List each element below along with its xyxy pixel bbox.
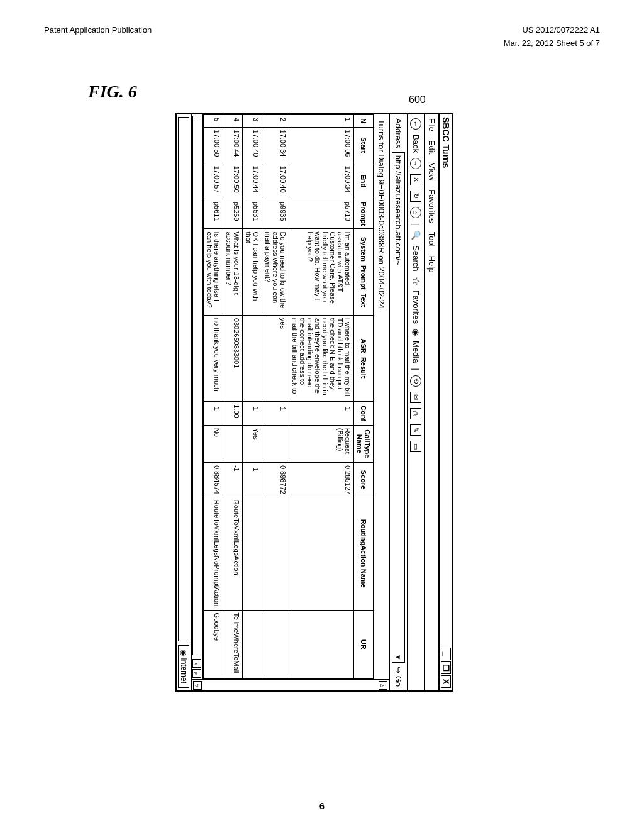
- dialog-heading: Turns for Dialog 9E0E0003-0c0388R on 200…: [374, 114, 389, 679]
- cell-system-prompt: I'm an automated assistant with AT&T Cus…: [289, 229, 354, 315]
- close-button[interactable]: X: [441, 675, 451, 688]
- history-icon[interactable]: ⟲: [411, 375, 422, 387]
- cell-start: 17:00:50: [204, 127, 223, 163]
- col-score: Score: [354, 462, 374, 497]
- cell-asr: 0302650833001: [223, 315, 243, 401]
- scroll-left-icon[interactable]: ◃: [192, 659, 201, 668]
- scroll-down-icon[interactable]: ▿: [193, 681, 202, 690]
- media-icon[interactable]: ◉: [411, 329, 421, 336]
- search-icon[interactable]: 🔍: [411, 230, 421, 240]
- doc-icon[interactable]: ▭: [411, 441, 422, 452]
- cell-routing: RouteToVxmlLegsNoPromptAction: [204, 497, 223, 610]
- cell-score: 0.884574: [204, 462, 223, 497]
- cell-system-prompt: Is there anything else I can help you wi…: [204, 229, 223, 315]
- menubar: File Edit View Favorites Tool Help: [424, 114, 438, 690]
- horizontal-scrollbar[interactable]: ◃ ▹: [192, 114, 203, 679]
- cell-routing: [262, 497, 289, 610]
- go-button[interactable]: ↪ Go: [394, 667, 403, 687]
- col-end: End: [354, 163, 374, 199]
- cell-conf: -1: [204, 402, 223, 425]
- col-asr: ASR_Result: [354, 315, 374, 401]
- table-row: 217:00:3417:00:40p9935Do you need to kno…: [262, 115, 289, 679]
- cell-end: 17:00:44: [243, 163, 262, 199]
- menu-help[interactable]: Help: [427, 256, 436, 273]
- cell-routing: [289, 497, 354, 610]
- go-label: Go: [394, 676, 403, 687]
- address-dropdown-icon[interactable]: ▾: [394, 655, 403, 660]
- back-icon[interactable]: ←: [411, 118, 422, 130]
- table-row: 117:00:0617:00:34p5710I'm an automated a…: [289, 115, 354, 679]
- cell-start: 17:00:40: [243, 127, 262, 163]
- cell-n: 5: [204, 115, 223, 128]
- address-value: http://alrazi.research.att.com/~: [394, 155, 403, 265]
- refresh-icon[interactable]: ↻: [411, 191, 422, 202]
- menu-favorites[interactable]: Favorites: [427, 189, 436, 223]
- minimize-button[interactable]: _: [441, 648, 451, 660]
- cell-n: 4: [223, 115, 243, 128]
- cell-ur: [289, 610, 354, 678]
- table-row: 517:00:5017:00:57p5611Is there anything …: [204, 115, 223, 679]
- cell-routing: RouteToVxmlLegsAction: [223, 497, 243, 610]
- col-system-prompt: System_Prompt_Text: [354, 229, 374, 315]
- cell-calltype: No: [204, 425, 223, 462]
- cell-prompt: p5611: [204, 199, 223, 229]
- cell-calltype: [223, 425, 243, 462]
- cell-end: 17:00:40: [262, 163, 289, 199]
- cell-ur: [243, 610, 262, 678]
- pub-id: US 2012/0072222 A1: [522, 25, 600, 35]
- cell-conf: -1: [289, 402, 354, 425]
- cell-end: 17:00:57: [204, 163, 223, 199]
- cell-ur: Goodbye: [204, 610, 223, 678]
- cell-routing: [243, 497, 262, 610]
- menu-tool[interactable]: Tool: [427, 232, 436, 247]
- figure-ref-number: 600: [409, 94, 426, 106]
- scroll-right-icon[interactable]: ▹: [192, 669, 201, 678]
- cell-start: 17:00:44: [223, 127, 243, 163]
- cell-prompt: p5269: [223, 199, 243, 229]
- cell-prompt: p5531: [243, 199, 262, 229]
- cell-end: 17:00:50: [223, 163, 243, 199]
- cell-ur: TellmeWhereToMail: [223, 610, 243, 678]
- cell-system-prompt: Do you need to know the address where yo…: [262, 229, 289, 315]
- cell-calltype: Yes: [243, 425, 262, 462]
- col-n: N: [354, 115, 374, 128]
- stop-icon[interactable]: ✕: [411, 174, 422, 185]
- statusbar: ◉ Internet: [177, 114, 192, 690]
- scroll-up-icon[interactable]: ▵: [379, 681, 387, 690]
- status-internet: Internet: [179, 658, 188, 683]
- address-input[interactable]: http://alrazi.research.att.com/~ ▾: [392, 152, 405, 663]
- cell-score: 0.898772: [262, 462, 289, 497]
- mail-icon[interactable]: ✉: [411, 392, 422, 403]
- menu-view[interactable]: View: [427, 163, 436, 180]
- col-routing: RoutingAction Name: [354, 497, 374, 610]
- menu-edit[interactable]: Edit: [427, 140, 436, 154]
- cell-asr: [243, 315, 262, 401]
- back-label[interactable]: Back: [411, 135, 421, 153]
- cell-system-prompt: OK I can help you with that: [243, 229, 262, 315]
- cell-conf: 1.00: [223, 402, 243, 425]
- cell-system-prompt: What is your 13-digit account number?: [223, 229, 243, 315]
- forward-icon[interactable]: →: [411, 158, 422, 169]
- vertical-scrollbar[interactable]: ▵ ▿: [192, 679, 389, 690]
- turns-table: N Start End Prompt System_Prompt_Text AS…: [203, 114, 374, 679]
- media-label[interactable]: Media: [411, 341, 421, 363]
- maximize-button[interactable]: ❐: [441, 661, 451, 674]
- cell-start: 17:00:06: [289, 127, 354, 163]
- toolbar: ← Back → ✕ ↻ ⌂ | 🔍 Search ☆ Favorites ◉ …: [407, 114, 424, 690]
- favorites-label[interactable]: Favorites: [411, 290, 421, 324]
- print-icon[interactable]: ⎙: [411, 408, 422, 419]
- favorites-icon[interactable]: ☆: [410, 277, 422, 285]
- globe-icon: ◉: [179, 650, 188, 658]
- search-label[interactable]: Search: [411, 245, 421, 271]
- browser-window: SBCC Turns _ ❐ X File Edit View Favorite…: [175, 113, 453, 692]
- window-title: SBCC Turns: [441, 117, 451, 168]
- col-start: Start: [354, 127, 374, 163]
- menu-file[interactable]: File: [427, 118, 436, 131]
- cell-conf: -1: [262, 402, 289, 425]
- edit-icon[interactable]: ✎: [411, 424, 422, 436]
- home-icon[interactable]: ⌂: [411, 207, 422, 218]
- cell-score: -1: [243, 462, 262, 497]
- cell-calltype: Request (Billing): [289, 425, 354, 462]
- table-row: 317:00:4017:00:44p5531OK I can help you …: [243, 115, 262, 679]
- scroll-track[interactable]: [192, 116, 201, 655]
